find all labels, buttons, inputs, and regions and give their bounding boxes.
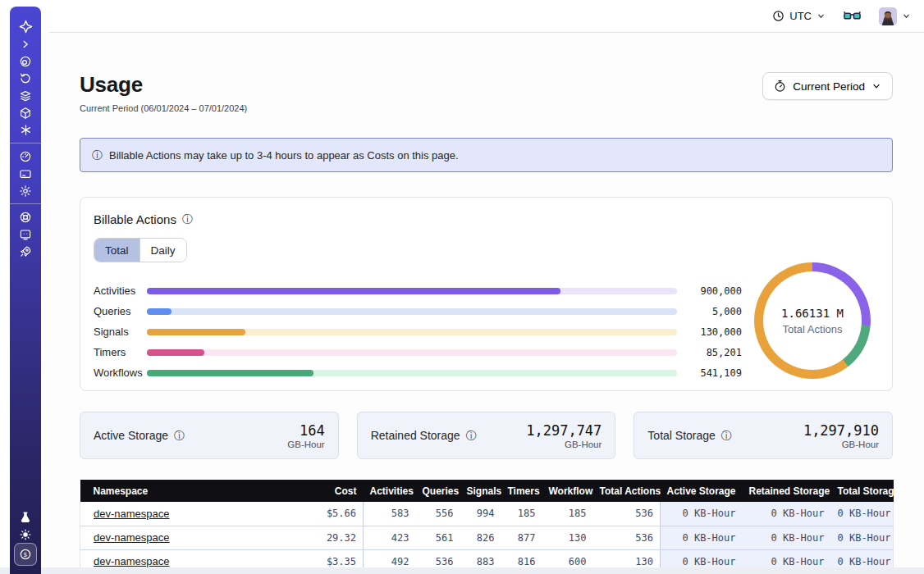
column-header-queries: Queries: [416, 480, 460, 502]
bottom-strip: [0, 567, 924, 574]
rocket-icon[interactable]: [15, 243, 36, 260]
temporal-logo-icon[interactable]: [15, 18, 36, 35]
chevron-down-icon: [817, 11, 826, 20]
cell-timers: 185: [501, 502, 542, 526]
cell-cost: 29.32: [290, 526, 364, 549]
column-header-namespace: Namespace: [80, 480, 290, 502]
info-icon[interactable]: ⓘ: [466, 430, 477, 441]
period-button-label: Current Period: [793, 80, 865, 93]
period-dropdown-button[interactable]: Current Period: [762, 72, 893, 100]
billable-view-tabs: TotalDaily: [94, 238, 187, 262]
cell-namespace: dev-namespace: [80, 502, 290, 526]
labs-flask-icon[interactable]: [15, 508, 36, 526]
sidebar-divider: [10, 143, 41, 144]
storage-card-retained-storage: Retained Storage ⓘ1,297,747GB-Hour: [357, 412, 616, 459]
sidebar: $: [10, 7, 41, 574]
usage-gauge-icon[interactable]: [15, 148, 36, 165]
namespace-usage-table: NamespaceCostActivitiesQueriesSignalsTim…: [80, 480, 894, 574]
asterisk-icon[interactable]: [15, 121, 36, 139]
total-actions-donut: 1.66131 M Total Actions: [754, 262, 871, 379]
cell-retained_storage: 0 KB-Hour: [743, 526, 831, 549]
column-header-activities: Activities: [364, 480, 416, 502]
donut-total-value: 1.66131 M: [781, 307, 844, 320]
cell-retained_storage: 0 KB-Hour: [743, 502, 831, 526]
stopwatch-icon: [774, 80, 786, 93]
storage-card-value: 164: [287, 422, 324, 439]
cell-queries: 561: [416, 526, 460, 549]
billing-card-icon[interactable]: [15, 165, 36, 182]
column-header-signals: Signals: [460, 480, 501, 502]
storage-card-unit: GB-Hour: [526, 440, 602, 449]
info-icon[interactable]: ⓘ: [174, 430, 185, 441]
usage-billing-active-item[interactable]: $: [14, 543, 37, 566]
namespace-link[interactable]: dev-namespace: [94, 531, 170, 544]
storage-card-label: Active Storage ⓘ: [94, 429, 185, 442]
info-icon[interactable]: ⓘ: [182, 214, 193, 225]
theme-sun-icon[interactable]: [15, 526, 36, 543]
timezone-label: UTC: [789, 10, 812, 22]
cell-active_storage: 0 KB-Hour: [661, 502, 743, 526]
docs-monitor-icon[interactable]: [15, 226, 36, 243]
namespaces-icon[interactable]: [15, 52, 36, 70]
avatar: [879, 7, 897, 25]
cell-timers: 877: [501, 526, 542, 549]
bar-fill: [147, 349, 204, 356]
bar-value: 130,000: [677, 326, 742, 338]
storage-summary-row: Active Storage ⓘ164GB-HourRetained Stora…: [80, 412, 893, 459]
info-icon[interactable]: ⓘ: [721, 430, 732, 441]
namespace-link[interactable]: dev-namespace: [94, 508, 170, 520]
bar-row-timers: Timers85,201: [94, 342, 742, 362]
glasses-icon[interactable]: [844, 10, 861, 22]
account-menu[interactable]: [879, 7, 911, 25]
storage-card-unit: GB-Hour: [803, 440, 879, 449]
main-content: Usage Current Period (06/01/2024 – 07/01…: [41, 33, 924, 574]
storage-card-total-storage: Total Storage ⓘ1,297,910GB-Hour: [634, 412, 893, 459]
tab-daily[interactable]: Daily: [140, 239, 186, 262]
layers-icon[interactable]: [15, 87, 36, 104]
cell-workflows: 130: [542, 526, 593, 549]
bar-label: Activities: [94, 285, 147, 297]
namespace-link[interactable]: dev-namespace: [94, 555, 170, 567]
column-header-cost: Cost: [290, 480, 364, 502]
bar-row-workflows: Workflows541,109: [94, 362, 742, 383]
clock-icon: [772, 10, 784, 22]
chevron-down-icon: [871, 81, 881, 91]
cell-total_storage: 0 KB-Hour: [831, 502, 894, 526]
settings-gear-icon[interactable]: [15, 182, 36, 199]
column-header-active_storage: Active Storage: [661, 480, 743, 502]
cube-icon[interactable]: [15, 104, 36, 121]
column-header-timers: Timers: [501, 480, 542, 502]
storage-card-active-storage: Active Storage ⓘ164GB-Hour: [80, 412, 339, 459]
bar-track: [147, 308, 677, 315]
bar-label: Timers: [94, 346, 147, 358]
bar-label: Queries: [94, 305, 147, 317]
bar-value: 85,201: [677, 347, 742, 358]
cell-workflows: 185: [542, 502, 593, 526]
info-banner-text: Billable Actions may take up to 3-4 hour…: [109, 149, 459, 162]
cell-total_actions: 536: [593, 502, 661, 526]
storage-card-value: 1,297,747: [526, 422, 602, 439]
bar-value: 900,000: [677, 285, 742, 297]
billable-actions-card: Billable Actions ⓘ TotalDaily Activities…: [80, 197, 893, 391]
donut-total-label: Total Actions: [783, 323, 843, 335]
bar-value: 5,000: [677, 306, 742, 317]
column-header-total_storage: Total Storage: [831, 480, 894, 502]
page-subtitle: Current Period (06/01/2024 – 07/01/2024): [80, 103, 247, 113]
timezone-selector[interactable]: UTC: [772, 10, 826, 22]
cell-total_storage: 0 KB-Hour: [831, 526, 894, 549]
chevron-down-icon: [902, 11, 911, 20]
cell-total_actions: 536: [593, 526, 661, 549]
cell-activities: 583: [364, 502, 416, 526]
bar-fill: [147, 308, 172, 315]
cell-cost: $5.66: [290, 502, 364, 526]
history-icon[interactable]: [15, 70, 36, 87]
column-header-retained_storage: Retained Storage: [743, 480, 831, 502]
table-row: dev-namespace29.324235618268771305360 KB…: [80, 526, 894, 549]
support-lifebuoy-icon[interactable]: [15, 208, 36, 226]
cell-active_storage: 0 KB-Hour: [661, 526, 743, 549]
bar-row-queries: Queries5,000: [94, 301, 742, 321]
expand-chevron-icon[interactable]: [15, 35, 36, 52]
tab-total[interactable]: Total: [94, 239, 140, 262]
bar-track: [147, 288, 677, 294]
bar-row-activities: Activities900,000: [94, 280, 742, 301]
